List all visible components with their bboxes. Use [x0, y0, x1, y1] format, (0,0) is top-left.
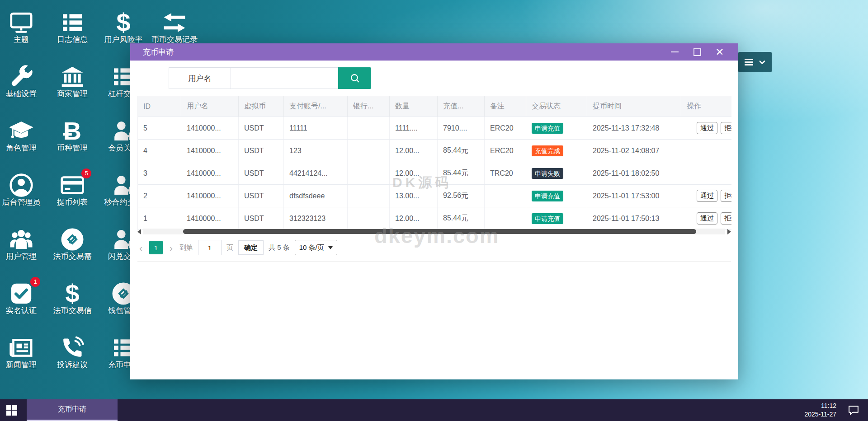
table-cell: 85.44元: [438, 140, 485, 162]
table-cell-status: 充值完成: [526, 140, 587, 162]
taskbar-task-deposit-request[interactable]: 充币申请: [27, 399, 118, 421]
table-cell: 85.44元: [438, 207, 485, 229]
table-cell: 1410000...: [181, 207, 239, 229]
search-icon: [349, 72, 361, 84]
scroll-right-arrow-icon[interactable]: [727, 229, 731, 234]
deposit-request-window: 充币申请 ✕ 用户名 ID用户名虚拟币支付账号/...银行...数量充: [130, 43, 738, 379]
maximize-icon: [693, 48, 701, 56]
windows-logo-icon: [6, 405, 17, 416]
window-title: 充币申请: [143, 47, 174, 57]
table-cell-actions: 通过拒绝: [681, 117, 731, 139]
approve-button[interactable]: 通过: [697, 190, 717, 202]
phone-icon: [60, 335, 85, 360]
table-cell-time: 2025-11-02 14:08:07: [587, 140, 681, 162]
approve-button[interactable]: 通过: [697, 122, 717, 134]
table-cell-actions: 通过拒绝: [681, 207, 731, 229]
approve-button[interactable]: 通过: [697, 212, 717, 225]
table-cell: 5: [138, 117, 181, 139]
reject-button[interactable]: 拒绝: [721, 122, 731, 134]
column-header: 充值...: [438, 96, 485, 117]
start-button[interactable]: [0, 399, 24, 421]
table-cell: 1410000...: [181, 162, 239, 184]
desktop-app-label: 提币列表: [43, 198, 102, 207]
desktop-app[interactable]: 投诉建议: [43, 335, 102, 370]
table-cell: 1410000...: [181, 185, 239, 207]
table-cell: 3: [138, 162, 181, 184]
window-titlebar[interactable]: 充币申请 ✕: [130, 43, 738, 61]
scrollbar-thumb[interactable]: [183, 229, 696, 234]
table-cell: [348, 140, 390, 162]
table-cell: 1: [138, 207, 181, 229]
exchange-circle-icon: [60, 227, 85, 252]
table-cell: USDT: [239, 207, 284, 229]
chat-bubble-icon[interactable]: [847, 404, 860, 416]
table-cell: 92.56元: [438, 185, 485, 207]
clock-date: 2025-11-27: [804, 410, 836, 419]
window-controls: ✕: [663, 43, 731, 61]
taskbar-clock: 11:12 2025-11-27: [804, 402, 836, 419]
notification-badge: 5: [81, 168, 91, 178]
svg-text:$: $: [65, 281, 79, 306]
hamburger-icon[interactable]: [745, 57, 753, 67]
desktop: 主题基础设置角色管理后台管理员用户管理1实名认证新闻管理日志信息商家管理Ƀ币种管…: [0, 0, 868, 421]
desktop-app[interactable]: 法币交易需: [43, 227, 102, 261]
table-cell: 4: [138, 140, 181, 162]
desktop-app[interactable]: $法币交易信: [43, 281, 102, 315]
column-header: 交易状态: [526, 96, 587, 117]
desktop-menu-toggle[interactable]: [738, 52, 772, 72]
column-header: 提币时间: [587, 96, 681, 117]
scrollbar-track[interactable]: [143, 229, 725, 234]
table-cell: USDT: [239, 140, 284, 162]
desktop-app[interactable]: $用户风险率: [94, 10, 153, 44]
table-cell-time: 2025-11-01 18:02:50: [587, 162, 681, 184]
desktop-app[interactable]: 商家管理: [43, 64, 102, 98]
reject-button[interactable]: 拒绝: [721, 212, 731, 225]
search-button[interactable]: [338, 67, 371, 89]
goto-page-label: 到第: [179, 243, 193, 252]
total-count-label: 共 5 条: [269, 243, 290, 252]
table-cell: 12.00...: [390, 207, 438, 229]
table-row: 21410000...USDTdfsdfsdeee13.00...92.56元申…: [138, 185, 731, 207]
column-header: 银行...: [348, 96, 390, 117]
column-header: 支付账号/...: [284, 96, 348, 117]
desktop-app[interactable]: 日志信息: [43, 10, 102, 44]
status-badge: 申请失败: [532, 168, 563, 179]
column-header: 操作: [681, 96, 731, 117]
list-icon: [60, 10, 85, 35]
maximize-button[interactable]: [686, 43, 708, 61]
chevron-down-icon[interactable]: [759, 59, 765, 65]
page-size-select[interactable]: 10 条/页: [295, 240, 337, 255]
goto-page-input[interactable]: [198, 240, 222, 255]
table-cell: [348, 162, 390, 184]
search-bar: 用户名: [169, 67, 371, 89]
desktop-app[interactable]: Ƀ币种管理: [43, 118, 102, 153]
page-number-button[interactable]: 1: [149, 241, 163, 254]
wrench-icon: [9, 64, 34, 89]
monitor-icon: [9, 10, 34, 35]
table-cell-status: 申请失败: [526, 162, 587, 184]
column-header: 虚拟币: [239, 96, 284, 117]
minimize-button[interactable]: [663, 43, 686, 61]
column-header[interactable]: ID: [138, 96, 181, 117]
desktop-app[interactable]: 5提币列表: [43, 173, 102, 207]
table-cell: 1111....: [390, 117, 438, 139]
prev-page-button[interactable]: ‹: [137, 243, 144, 253]
clock-time: 11:12: [804, 402, 836, 410]
scroll-left-arrow-icon[interactable]: [137, 229, 141, 234]
pagination: ‹ 1 › 到第 页 确定 共 5 条 10 条/页: [137, 238, 337, 257]
close-button[interactable]: ✕: [708, 43, 731, 61]
table-cell-actions: 通过拒绝: [681, 185, 731, 207]
table-cell: [485, 207, 526, 229]
column-header: 备注: [485, 96, 526, 117]
desktop-app-label: 商家管理: [43, 89, 102, 98]
desktop-app[interactable]: 币币交易记录: [145, 10, 204, 44]
table-cell: dfsdfsdeee: [284, 185, 348, 207]
confirm-page-button[interactable]: 确定: [238, 240, 264, 255]
search-input[interactable]: [231, 67, 338, 89]
credit-card-icon: 5: [60, 173, 85, 198]
reject-button[interactable]: 拒绝: [721, 190, 731, 202]
next-page-button[interactable]: ›: [168, 243, 175, 253]
desktop-app-label: 币种管理: [43, 144, 102, 153]
horizontal-scrollbar: [137, 228, 731, 235]
status-badge: 申请充值: [532, 191, 563, 201]
